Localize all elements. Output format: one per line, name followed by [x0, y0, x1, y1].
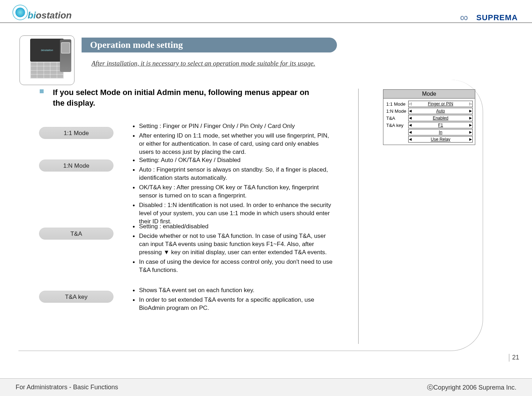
- page-title-banner: Operation mode setting: [82, 38, 337, 52]
- section-ta-key: Shows T&A event set on each function key…: [133, 286, 335, 314]
- pill-ta-key: T&A key: [39, 291, 113, 303]
- pill-ta: T&A: [39, 228, 113, 240]
- device-image: biostation: [20, 35, 74, 85]
- footer-left: For Administrators - Basic Functions: [16, 384, 118, 391]
- pill-1-n-mode: 1:N Mode: [39, 160, 113, 172]
- footer: For Administrators - Basic Functions ⓒCo…: [0, 378, 532, 396]
- pill-1-1-mode: 1:1 Mode: [39, 127, 113, 139]
- bullet-icon: [40, 89, 44, 93]
- mode-panel-title: Mode: [383, 90, 475, 99]
- footer-right: ⓒCopyright 2006 Suprema Inc.: [427, 383, 516, 392]
- intro: If you select Mode on initial Admin menu…: [40, 87, 316, 108]
- value-f1[interactable]: F1: [408, 122, 473, 128]
- value-auto[interactable]: Auto: [408, 108, 473, 114]
- biostation-logo: biostation: [14, 10, 72, 22]
- suprema-logo: SUPREMA: [460, 13, 518, 22]
- page-subtitle: After installation, it is necessary to s…: [92, 60, 315, 67]
- value-in[interactable]: In: [408, 129, 473, 135]
- divider: [358, 89, 359, 344]
- section-1-n: Setting: Auto / OK/T&A Key / Disabled Au…: [133, 156, 335, 227]
- mode-panel: Mode 1:1 Mode 1:N Mode T&A T&A key Finge…: [383, 89, 475, 145]
- header: biostation SUPREMA: [0, 0, 532, 23]
- value-finger-or-pin[interactable]: Finger or PIN: [408, 101, 473, 107]
- value-enabled[interactable]: Enabled: [408, 115, 473, 121]
- fingerprint-sensor-icon: [60, 39, 71, 72]
- section-ta: Setting : enabled/disabled Decide whethe…: [133, 223, 335, 276]
- section-1-1: Setting : Finger or PIN / Finger Only / …: [133, 122, 335, 158]
- value-use-relay[interactable]: Use Relay: [408, 136, 473, 143]
- page-number: 21: [509, 354, 519, 362]
